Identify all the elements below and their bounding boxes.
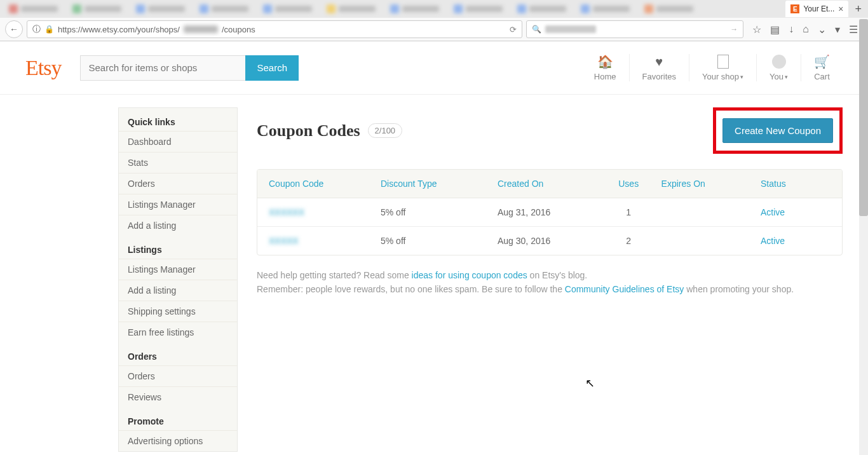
sidebar-item[interactable]: Add a listing <box>119 215 237 236</box>
sidebar-item[interactable]: Shipping settings <box>119 301 237 322</box>
sidebar-heading: Quick links <box>119 108 237 131</box>
page-head: Coupon Codes 2/100 Create New Coupon <box>257 107 843 154</box>
col-expires[interactable]: Expires On <box>655 170 754 198</box>
background-tab[interactable] <box>197 3 251 15</box>
cell-expires <box>655 198 754 226</box>
cell-code[interactable]: XXXXXX <box>257 198 374 226</box>
browser-tab-active[interactable]: E Your Et... × <box>785 1 848 17</box>
background-tab[interactable] <box>451 3 505 15</box>
avatar-icon <box>772 54 786 69</box>
cell-uses: 1 <box>602 198 655 226</box>
shop-icon <box>717 54 729 69</box>
sidebar-item[interactable]: Advertising options <box>119 430 237 451</box>
sidebar-heading: Promote <box>119 407 237 430</box>
reading-list-icon[interactable]: ▤ <box>770 24 780 36</box>
sidebar-item[interactable]: Add a listing <box>119 280 237 301</box>
browser-search-bar[interactable]: 🔍 → <box>526 20 743 38</box>
url-text-suffix: /coupons <box>222 25 255 34</box>
browser-tool-icons: ☆ ▤ ↓ ⌂ ⌄ ▾ ☰ <box>747 24 863 36</box>
close-icon[interactable]: × <box>838 4 843 14</box>
sidebar: Quick linksDashboardStatsOrdersListings … <box>118 107 238 452</box>
col-type[interactable]: Discount Type <box>374 170 491 198</box>
downloads-icon[interactable]: ↓ <box>789 24 794 35</box>
url-bar[interactable]: ⓘ 🔒 https://www.etsy.com/your/shops//cou… <box>27 20 522 38</box>
cell-created: Aug 30, 2016 <box>491 227 602 255</box>
back-button[interactable]: ← <box>5 20 23 38</box>
chevron-down-icon: ▾ <box>785 74 788 80</box>
reload-icon[interactable]: ⟳ <box>510 25 517 34</box>
home-icon: 🏠 <box>597 54 613 69</box>
background-tab[interactable] <box>642 3 696 15</box>
search-button[interactable]: Search <box>245 55 299 81</box>
col-status[interactable]: Status <box>754 170 842 198</box>
page-title: Coupon Codes <box>257 121 360 140</box>
tab-strip: E Your Et... × + <box>0 0 868 18</box>
url-shop-name-blurred <box>184 25 218 33</box>
cell-status[interactable]: Active <box>754 227 842 255</box>
sidebar-heading: Orders <box>119 343 237 365</box>
table-row: XXXXXX5% offAug 31, 20161Active <box>257 198 842 227</box>
nav-favorites[interactable]: ♥ Favorites <box>629 54 689 81</box>
site-header: Etsy Search 🏠 Home ♥ Favorites Your shop… <box>0 41 868 95</box>
col-created[interactable]: Created On <box>491 170 602 198</box>
sidebar-item[interactable]: Orders <box>119 365 237 386</box>
background-tab[interactable] <box>6 3 60 15</box>
count-badge: 2/100 <box>368 123 403 138</box>
cell-type: 5% off <box>374 198 491 226</box>
heart-icon: ♥ <box>655 54 663 69</box>
page: Etsy Search 🏠 Home ♥ Favorites Your shop… <box>0 41 868 455</box>
scrollbar-thumb[interactable] <box>859 19 868 216</box>
col-uses[interactable]: Uses <box>602 170 655 198</box>
tab-title: Your Et... <box>803 4 834 13</box>
cell-status[interactable]: Active <box>754 198 842 226</box>
nav-you[interactable]: You ▾ <box>756 54 801 81</box>
nav-cart[interactable]: 🛒 Cart <box>801 54 843 81</box>
background-tab[interactable] <box>388 3 442 15</box>
ideas-link[interactable]: ideas for using coupon codes <box>412 270 527 280</box>
pocket-icon[interactable]: ⌄ <box>818 24 826 36</box>
chevron-down-icon: ▾ <box>740 74 743 80</box>
cell-created: Aug 31, 2016 <box>491 198 602 226</box>
sidebar-item[interactable]: Orders <box>119 173 237 194</box>
background-tabs <box>6 3 705 15</box>
etsy-favicon: E <box>790 4 799 13</box>
url-text-prefix: https://www.etsy.com/your/shops/ <box>58 25 180 34</box>
background-tab[interactable] <box>261 3 315 15</box>
go-icon[interactable]: → <box>730 25 738 34</box>
etsy-logo[interactable]: Etsy <box>25 56 61 80</box>
sidebar-item[interactable]: Stats <box>119 152 237 173</box>
main: Coupon Codes 2/100 Create New Coupon Cou… <box>257 107 843 452</box>
nav-your-shop[interactable]: Your shop ▾ <box>689 54 756 81</box>
create-highlight: Create New Coupon <box>713 107 843 154</box>
background-tab[interactable] <box>515 3 569 15</box>
menu-icon[interactable]: ☰ <box>849 24 858 36</box>
content: Quick linksDashboardStatsOrdersListings … <box>0 95 868 455</box>
background-tab[interactable] <box>70 3 124 15</box>
browser-nav-bar: ← ⓘ 🔒 https://www.etsy.com/your/shops//c… <box>0 18 868 41</box>
background-tab[interactable] <box>324 3 378 15</box>
coupons-table: Coupon Code Discount Type Created On Use… <box>257 169 843 255</box>
scrollbar[interactable] <box>859 19 868 455</box>
background-tab[interactable] <box>133 3 187 15</box>
cart-icon: 🛒 <box>814 54 830 69</box>
home-icon[interactable]: ⌂ <box>803 24 809 35</box>
sidebar-item[interactable]: Listings Manager <box>119 259 237 280</box>
addon-icon[interactable]: ▾ <box>835 24 840 36</box>
new-tab-button[interactable]: + <box>855 3 862 16</box>
sidebar-item[interactable]: Dashboard <box>119 131 237 152</box>
background-tab[interactable] <box>578 3 632 15</box>
create-new-coupon-button[interactable]: Create New Coupon <box>722 118 833 143</box>
guidelines-link[interactable]: Community Guidelines of Etsy <box>565 284 684 294</box>
sidebar-item[interactable]: Reviews <box>119 386 237 407</box>
search-input[interactable] <box>80 55 245 81</box>
bookmark-star-icon[interactable]: ☆ <box>752 24 761 36</box>
cell-code[interactable]: XXXXX <box>257 227 374 255</box>
search-engine-icon: 🔍 <box>532 25 541 34</box>
lock-icon: 🔒 <box>44 25 54 34</box>
nav-home[interactable]: 🏠 Home <box>581 54 629 81</box>
search-text-blurred <box>545 25 596 33</box>
col-code[interactable]: Coupon Code <box>257 170 374 198</box>
sidebar-item[interactable]: Listings Manager <box>119 194 237 215</box>
help-text: Need help getting started? Read some ide… <box>257 268 843 297</box>
sidebar-item[interactable]: Earn free listings <box>119 322 237 343</box>
